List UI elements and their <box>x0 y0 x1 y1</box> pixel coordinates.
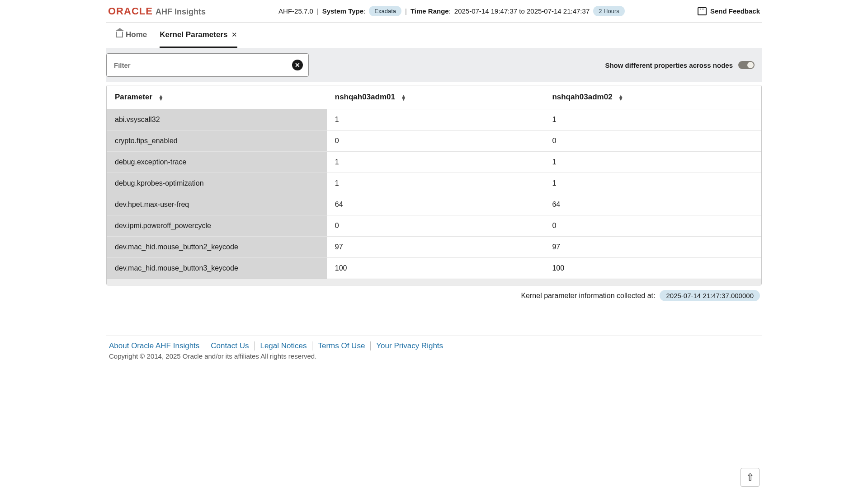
node1-cell: 64 <box>327 194 544 215</box>
app-name: AHF Insights <box>156 7 206 17</box>
footer-link[interactable]: About Oracle AHF Insights <box>109 341 205 350</box>
diff-toggle[interactable] <box>738 61 755 69</box>
close-icon[interactable]: ✕ <box>231 31 237 39</box>
sort-icon[interactable]: ▲▼ <box>618 95 623 100</box>
time-range-value: 2025-07-14 19:47:37 to 2025-07-14 21:47:… <box>454 7 590 15</box>
sort-icon[interactable]: ▲▼ <box>158 95 164 100</box>
node1-cell: 1 <box>327 109 544 131</box>
table-row: abi.vsyscall3211 <box>107 109 761 131</box>
filter-box[interactable]: ✕ <box>106 53 309 77</box>
node2-cell: 1 <box>544 173 761 194</box>
filter-input[interactable] <box>114 61 301 69</box>
node1-cell: 1 <box>327 152 544 173</box>
table-row: dev.mac_hid.mouse_button3_keycode100100 <box>107 258 761 279</box>
header: ORACLE AHF Insights AHF-25.7.0 | System … <box>106 0 762 23</box>
collected-at: Kernel parameter information collected a… <box>106 285 762 309</box>
time-range-duration-pill[interactable]: 2 Hours <box>593 6 625 16</box>
header-meta: AHF-25.7.0 | System Type: Exadata | Time… <box>206 6 698 16</box>
footer-link[interactable]: Your Privacy Rights <box>371 341 448 350</box>
version: AHF-25.7.0 <box>278 7 313 15</box>
kernel-params-table: Parameter ▲▼ nshqah03adm01 ▲▼ nshqah03ad… <box>106 85 762 285</box>
param-cell: dev.hpet.max-user-freq <box>107 194 327 215</box>
collected-ts-pill: 2025-07-14 21:47:37.000000 <box>660 290 760 301</box>
separator: | <box>317 7 319 15</box>
collected-label: Kernel parameter information collected a… <box>521 292 655 300</box>
system-type-pill[interactable]: Exadata <box>369 6 401 16</box>
param-cell: dev.mac_hid.mouse_button2_keycode <box>107 237 327 258</box>
time-range-label: Time Range: <box>410 7 451 15</box>
node1-cell: 0 <box>327 215 544 237</box>
param-cell: dev.mac_hid.mouse_button3_keycode <box>107 258 327 279</box>
node1-cell: 97 <box>327 237 544 258</box>
node1-cell: 0 <box>327 131 544 152</box>
footer-link[interactable]: Contact Us <box>205 341 255 350</box>
col-header-node1[interactable]: nshqah03adm01 ▲▼ <box>327 85 544 109</box>
tab-home-label: Home <box>126 30 147 39</box>
separator: | <box>405 7 407 15</box>
node2-cell: 1 <box>544 152 761 173</box>
send-feedback-button[interactable]: Send Feedback <box>698 7 760 15</box>
node2-cell: 64 <box>544 194 761 215</box>
copyright: Copyright © 2014, 2025 Oracle and/or its… <box>109 352 759 360</box>
tab-kernel-parameters[interactable]: Kernel Parameters ✕ <box>160 23 237 48</box>
tab-bar: Home Kernel Parameters ✕ <box>106 23 762 48</box>
tab-kernel-label: Kernel Parameters <box>160 30 227 39</box>
node2-cell: 1 <box>544 109 761 131</box>
filter-bar: ✕ Show different properties across nodes <box>106 48 762 82</box>
node2-cell: 0 <box>544 215 761 237</box>
system-type-label: System Type: <box>322 7 366 15</box>
horizontal-scrollbar[interactable] <box>107 279 761 285</box>
param-cell: crypto.fips_enabled <box>107 131 327 152</box>
footer-link[interactable]: Terms Of Use <box>312 341 371 350</box>
table-row: debug.kprobes-optimization11 <box>107 173 761 194</box>
tab-home[interactable]: Home <box>116 23 147 48</box>
table-row: dev.mac_hid.mouse_button2_keycode9797 <box>107 237 761 258</box>
param-cell: debug.exception-trace <box>107 152 327 173</box>
page-footer: About Oracle AHF InsightsContact UsLegal… <box>106 336 762 369</box>
sort-icon[interactable]: ▲▼ <box>401 95 406 100</box>
col-header-node2[interactable]: nshqah03adm02 ▲▼ <box>544 85 761 109</box>
param-cell: debug.kprobes-optimization <box>107 173 327 194</box>
footer-links: About Oracle AHF InsightsContact UsLegal… <box>109 341 759 350</box>
table-row: dev.hpet.max-user-freq6464 <box>107 194 761 215</box>
param-cell: abi.vsyscall32 <box>107 109 327 131</box>
table-row: crypto.fips_enabled00 <box>107 131 761 152</box>
feedback-label: Send Feedback <box>710 7 760 15</box>
col-header-parameter[interactable]: Parameter ▲▼ <box>107 85 327 109</box>
node2-cell: 100 <box>544 258 761 279</box>
brand: ORACLE <box>108 5 153 17</box>
clear-filter-button[interactable]: ✕ <box>292 60 303 70</box>
param-cell: dev.ipmi.poweroff_powercycle <box>107 215 327 237</box>
feedback-icon <box>698 7 707 15</box>
home-icon <box>116 32 123 37</box>
table-row: debug.exception-trace11 <box>107 152 761 173</box>
footer-link[interactable]: Legal Notices <box>255 341 312 350</box>
table-row: dev.ipmi.poweroff_powercycle00 <box>107 215 761 237</box>
node2-cell: 97 <box>544 237 761 258</box>
node2-cell: 0 <box>544 131 761 152</box>
diff-toggle-label: Show different properties across nodes <box>605 61 733 69</box>
node1-cell: 1 <box>327 173 544 194</box>
node1-cell: 100 <box>327 258 544 279</box>
logo: ORACLE AHF Insights <box>108 5 206 17</box>
